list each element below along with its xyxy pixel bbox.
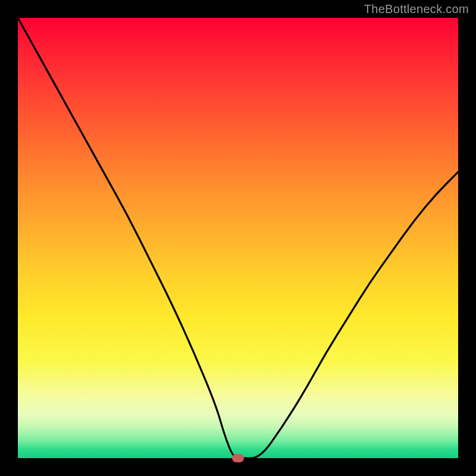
bottleneck-curve	[18, 18, 458, 458]
plot-area	[18, 18, 458, 458]
chart-frame: TheBottleneck.com	[0, 0, 476, 476]
curve-svg	[18, 18, 458, 458]
watermark-text: TheBottleneck.com	[364, 2, 469, 16]
optimal-point-marker	[232, 454, 244, 462]
